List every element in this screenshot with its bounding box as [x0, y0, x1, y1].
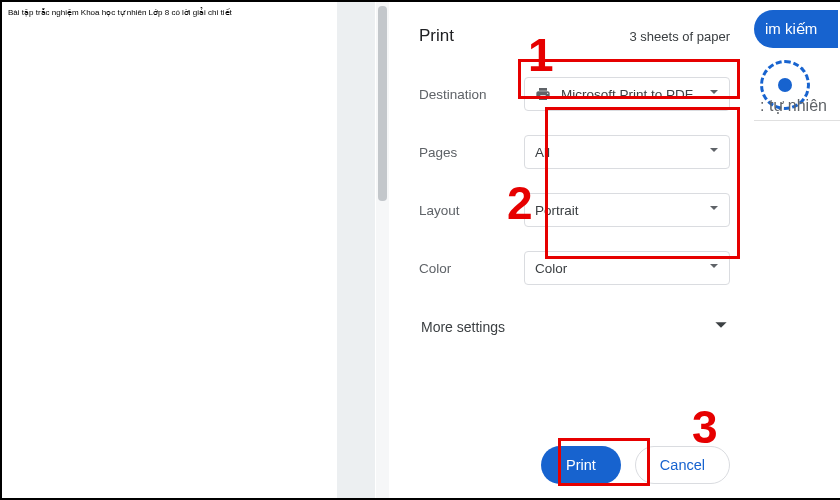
print-settings-panel: Print 3 sheets of paper Destination Micr…: [389, 2, 754, 498]
sheet-count: 3 sheets of paper: [630, 29, 730, 44]
chevron-down-icon: [709, 145, 719, 155]
chevron-down-icon: [709, 261, 719, 271]
chevron-down-icon: [714, 318, 728, 335]
print-button[interactable]: Print: [541, 446, 621, 484]
button-bar: Print Cancel: [389, 446, 754, 484]
pages-label: Pages: [419, 145, 524, 160]
browser-right-slice: im kiếm : tự nhiên: [754, 2, 840, 498]
chevron-down-icon: [709, 87, 719, 97]
panel-title: Print: [419, 26, 454, 46]
destination-label: Destination: [419, 87, 524, 102]
cancel-button[interactable]: Cancel: [635, 446, 730, 484]
preview-gutter: [337, 2, 375, 498]
search-button-fragment[interactable]: im kiếm: [754, 10, 838, 48]
document-title: Bài tập trắc nghiệm Khoa học tự nhiên Lớ…: [8, 8, 232, 17]
color-label: Color: [419, 261, 524, 276]
more-settings-toggle[interactable]: More settings: [419, 310, 730, 343]
scrollbar-thumb[interactable]: [378, 6, 387, 201]
layout-value: Portrait: [535, 203, 579, 218]
color-value: Color: [535, 261, 567, 276]
printer-icon: [535, 86, 551, 102]
pages-value: All: [535, 145, 550, 160]
destination-value: Microsoft Print to PDF: [561, 87, 693, 102]
pages-dropdown[interactable]: All: [524, 135, 730, 169]
destination-dropdown[interactable]: Microsoft Print to PDF: [524, 77, 730, 111]
chevron-down-icon: [709, 203, 719, 213]
print-preview-pane: Bài tập trắc nghiệm Khoa học tự nhiên Lớ…: [2, 2, 337, 498]
layout-dropdown[interactable]: Portrait: [524, 193, 730, 227]
category-label-fragment: : tự nhiên: [760, 96, 827, 115]
divider: [754, 120, 840, 121]
more-settings-label: More settings: [421, 319, 505, 335]
color-dropdown[interactable]: Color: [524, 251, 730, 285]
layout-label: Layout: [419, 203, 524, 218]
